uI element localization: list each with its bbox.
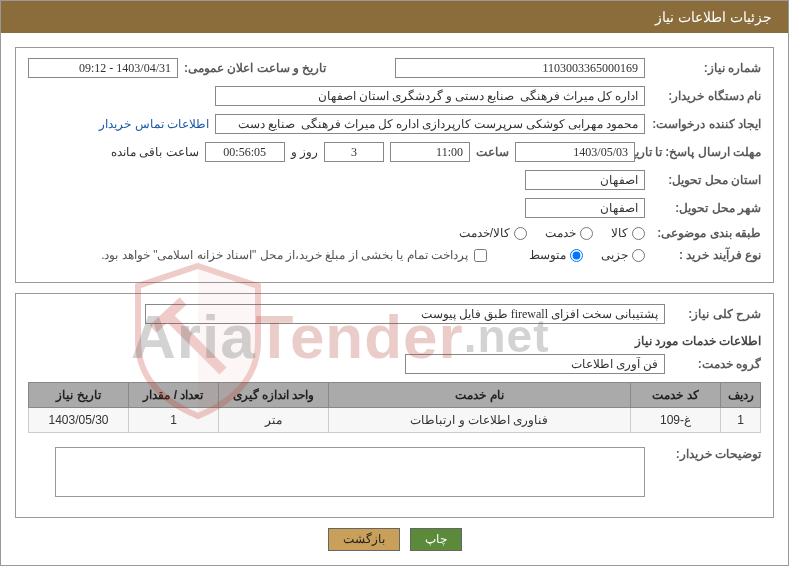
remaining-label: ساعت باقی مانده <box>111 145 199 159</box>
process-type-label: نوع فرآیند خرید : <box>651 248 761 262</box>
radio-minor[interactable] <box>632 249 645 262</box>
deliver-city-input <box>525 198 645 218</box>
deadline-time-input <box>390 142 470 162</box>
need-no-label: شماره نیاز: <box>651 61 761 75</box>
deliver-province-input <box>525 170 645 190</box>
need-no-input <box>395 58 645 78</box>
th-qty: تعداد / مقدار <box>129 383 219 408</box>
services-heading: اطلاعات خدمات مورد نیاز <box>28 334 761 348</box>
subject-radio-group: کالا خدمت کالا/خدمت <box>459 226 645 240</box>
radio-medium[interactable] <box>570 249 583 262</box>
cell-unit: متر <box>219 408 329 433</box>
services-table: ردیف کد خدمت نام خدمت واحد اندازه گیری ت… <box>28 382 761 433</box>
th-name: نام خدمت <box>329 383 631 408</box>
deadline-label: مهلت ارسال پاسخ: تا تاریخ: <box>641 145 761 159</box>
radio-minor-label: جزیی <box>601 248 628 262</box>
title-bar: جزئیات اطلاعات نیاز <box>1 1 788 33</box>
service-group-label: گروه خدمت: <box>671 357 761 371</box>
back-button[interactable]: بازگشت <box>328 528 400 551</box>
buyer-notes-label: توضیحات خریدار: <box>651 447 761 461</box>
buyer-org-label: نام دستگاه خریدار: <box>651 89 761 103</box>
hms-input <box>205 142 285 162</box>
row-process-type: نوع فرآیند خرید : جزیی متوسط پرداخت تمام… <box>28 248 761 262</box>
window-frame: جزئیات اطلاعات نیاز شماره نیاز: تاریخ و … <box>0 0 789 566</box>
radio-minor-option[interactable]: جزیی <box>601 248 645 262</box>
requester-label: ایجاد کننده درخواست: <box>651 117 761 131</box>
cell-name: فناوری اطلاعات و ارتباطات <box>329 408 631 433</box>
days-and-label: روز و <box>291 145 318 159</box>
need-desc-input <box>145 304 665 324</box>
need-desc-label: شرح کلی نیاز: <box>671 307 761 321</box>
buyer-contact-link[interactable]: اطلاعات تماس خریدار <box>99 117 209 131</box>
process-radio-group: جزیی متوسط <box>529 248 645 262</box>
th-date: تاریخ نیاز <box>29 383 129 408</box>
need-desc-section: شرح کلی نیاز: اطلاعات خدمات مورد نیاز گر… <box>15 293 774 518</box>
table-header-row: ردیف کد خدمت نام خدمت واحد اندازه گیری ت… <box>29 383 761 408</box>
th-unit: واحد اندازه گیری <box>219 383 329 408</box>
days-input <box>324 142 384 162</box>
time-label: ساعت <box>476 145 509 159</box>
row-deadline: مهلت ارسال پاسخ: تا تاریخ: ساعت روز و سا… <box>28 142 761 162</box>
radio-service[interactable] <box>580 227 593 240</box>
deliver-city-label: شهر محل تحویل: <box>651 201 761 215</box>
radio-medium-option[interactable]: متوسط <box>529 248 583 262</box>
th-code: کد خدمت <box>631 383 721 408</box>
radio-medium-label: متوسط <box>529 248 566 262</box>
payment-checkbox-row: پرداخت تمام یا بخشی از مبلغ خرید،از محل … <box>101 248 487 262</box>
deadline-date-input <box>515 142 635 162</box>
row-service-group: گروه خدمت: <box>28 354 761 374</box>
radio-goods-option[interactable]: کالا <box>611 226 645 240</box>
radio-service-option[interactable]: خدمت <box>545 226 593 240</box>
radio-both-label: کالا/خدمت <box>459 226 510 240</box>
details-section: شماره نیاز: تاریخ و ساعت اعلان عمومی: نا… <box>15 47 774 283</box>
deliver-province-label: استان محل تحویل: <box>651 173 761 187</box>
payment-note: پرداخت تمام یا بخشی از مبلغ خرید،از محل … <box>101 248 468 262</box>
radio-service-label: خدمت <box>545 226 576 240</box>
table-row: 1 غ-109 فناوری اطلاعات و ارتباطات متر 1 … <box>29 408 761 433</box>
row-city: شهر محل تحویل: <box>28 198 761 218</box>
row-subject-category: طبقه بندی موضوعی: کالا خدمت کالا/خدمت <box>28 226 761 240</box>
announce-label: تاریخ و ساعت اعلان عمومی: <box>184 61 326 75</box>
radio-both-option[interactable]: کالا/خدمت <box>459 226 527 240</box>
content-area: شماره نیاز: تاریخ و ساعت اعلان عمومی: نا… <box>1 33 788 565</box>
cell-idx: 1 <box>721 408 761 433</box>
radio-both[interactable] <box>514 227 527 240</box>
announce-value-input <box>28 58 178 78</box>
buyer-org-input <box>215 86 645 106</box>
requester-input <box>215 114 645 134</box>
radio-goods-label: کالا <box>611 226 628 240</box>
th-row: ردیف <box>721 383 761 408</box>
row-buyer-org: نام دستگاه خریدار: <box>28 86 761 106</box>
row-need-desc: شرح کلی نیاز: <box>28 304 761 324</box>
cell-code: غ-109 <box>631 408 721 433</box>
cell-qty: 1 <box>129 408 219 433</box>
row-province: استان محل تحویل: <box>28 170 761 190</box>
print-button[interactable]: چاپ <box>410 528 462 551</box>
service-group-input <box>405 354 665 374</box>
radio-goods[interactable] <box>632 227 645 240</box>
treasury-checkbox[interactable] <box>474 249 487 262</box>
buyer-notes-box <box>55 447 645 497</box>
window-title: جزئیات اطلاعات نیاز <box>655 9 772 25</box>
footer-buttons: چاپ بازگشت <box>15 528 774 551</box>
row-buyer-notes: توضیحات خریدار: <box>28 447 761 497</box>
row-need-number: شماره نیاز: تاریخ و ساعت اعلان عمومی: <box>28 58 761 78</box>
cell-date: 1403/05/30 <box>29 408 129 433</box>
row-requester: ایجاد کننده درخواست: اطلاعات تماس خریدار <box>28 114 761 134</box>
subject-cat-label: طبقه بندی موضوعی: <box>651 226 761 240</box>
